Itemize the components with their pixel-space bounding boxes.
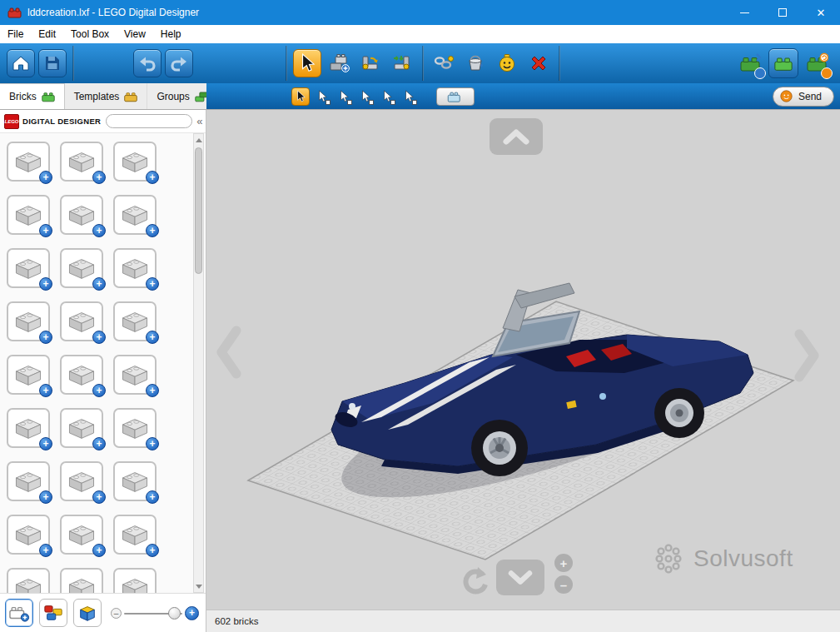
- add-brick-badge[interactable]: +: [92, 384, 106, 397]
- filter-new-bricks-button[interactable]: [5, 599, 33, 627]
- add-brick-badge[interactable]: +: [146, 277, 159, 291]
- select-connected-mode-button[interactable]: [335, 87, 353, 106]
- scrollbar-thumb[interactable]: [195, 147, 202, 274]
- add-brick-badge[interactable]: +: [92, 277, 106, 291]
- brick-item[interactable]: +: [7, 355, 50, 395]
- build-mode-button[interactable]: [768, 48, 798, 78]
- add-brick-badge[interactable]: +: [39, 171, 52, 184]
- brick-item[interactable]: +: [7, 142, 50, 182]
- rotate-up-button[interactable]: [490, 118, 543, 155]
- build-viewport[interactable]: + – Solvusoft: [206, 110, 840, 610]
- add-brick-badge[interactable]: +: [146, 384, 159, 397]
- add-brick-badge[interactable]: +: [92, 490, 106, 504]
- add-brick-badge[interactable]: +: [39, 490, 52, 504]
- select-multiple-mode-button[interactable]: [313, 87, 331, 106]
- home-button[interactable]: [7, 49, 35, 77]
- visibility-filter-button[interactable]: [436, 87, 475, 106]
- brick-item[interactable]: +: [7, 195, 50, 235]
- hinge-align-tool-button[interactable]: [388, 49, 416, 77]
- maximize-button[interactable]: [763, 0, 802, 25]
- brick-item[interactable]: +: [113, 355, 157, 395]
- add-brick-badge[interactable]: +: [39, 277, 52, 291]
- brick-item[interactable]: +: [60, 142, 103, 182]
- zoom-thumb[interactable]: [168, 607, 181, 620]
- select-tool-button[interactable]: [293, 49, 321, 77]
- brick-item[interactable]: +: [60, 461, 103, 501]
- brick-item[interactable]: +: [7, 568, 50, 593]
- add-brick-badge[interactable]: +: [146, 224, 159, 237]
- palette-scrollbar[interactable]: [193, 133, 204, 593]
- brick-item[interactable]: +: [60, 408, 103, 448]
- save-button[interactable]: [38, 49, 67, 77]
- zoom-out-button[interactable]: –: [554, 575, 573, 594]
- brick-item[interactable]: +: [7, 301, 50, 341]
- add-brick-badge[interactable]: +: [92, 437, 106, 450]
- palette-zoom-slider[interactable]: – +: [109, 599, 201, 627]
- collapse-panel-button[interactable]: «: [192, 115, 206, 127]
- brick-item[interactable]: +: [7, 248, 50, 288]
- select-color-mode-button[interactable]: [356, 87, 375, 106]
- zoom-in-button[interactable]: +: [185, 606, 199, 620]
- filter-colors-button[interactable]: [39, 599, 67, 627]
- brick-palette[interactable]: + +: [0, 133, 206, 593]
- brick-item[interactable]: +: [60, 355, 103, 395]
- menu-help[interactable]: Help: [153, 25, 189, 43]
- menu-view[interactable]: View: [117, 25, 153, 43]
- rotate-left-button[interactable]: [211, 325, 246, 380]
- brick-item[interactable]: +: [113, 301, 157, 341]
- clone-tool-button[interactable]: [325, 49, 353, 77]
- zoom-in-button[interactable]: +: [554, 554, 573, 572]
- brick-item[interactable]: +: [60, 568, 103, 593]
- flex-tool-button[interactable]: [430, 49, 458, 77]
- add-brick-badge[interactable]: +: [92, 331, 106, 344]
- select-shape-mode-button[interactable]: [378, 87, 396, 106]
- hinge-tool-button[interactable]: [356, 49, 385, 77]
- brick-item[interactable]: +: [113, 248, 157, 288]
- menu-file[interactable]: File: [0, 25, 31, 43]
- brick-item[interactable]: +: [60, 301, 103, 341]
- delete-tool-button[interactable]: [524, 49, 553, 77]
- scroll-up-arrow[interactable]: [194, 134, 203, 146]
- export-model-button[interactable]: [802, 48, 832, 78]
- scroll-down-arrow[interactable]: [194, 580, 203, 592]
- menu-edit[interactable]: Edit: [31, 25, 63, 43]
- brick-item[interactable]: +: [60, 248, 103, 288]
- brick-item[interactable]: +: [60, 195, 103, 235]
- brick-item[interactable]: +: [113, 568, 157, 593]
- brick-item[interactable]: +: [7, 461, 50, 501]
- rotate-right-button[interactable]: [789, 328, 824, 383]
- add-brick-badge[interactable]: +: [39, 437, 52, 450]
- minimize-button[interactable]: [725, 0, 763, 25]
- rotate-down-button[interactable]: [496, 560, 544, 595]
- brick-search-input[interactable]: [106, 114, 192, 128]
- select-single-mode-button[interactable]: [291, 87, 310, 106]
- brick-item[interactable]: +: [113, 515, 157, 555]
- zoom-out-dot[interactable]: –: [111, 608, 122, 619]
- rotate-ccw-button[interactable]: [458, 565, 491, 596]
- redo-button[interactable]: [165, 49, 193, 77]
- add-brick-badge[interactable]: +: [146, 544, 159, 557]
- brick-item[interactable]: +: [7, 408, 50, 448]
- add-brick-badge[interactable]: +: [92, 544, 106, 557]
- add-brick-badge[interactable]: +: [146, 437, 159, 450]
- select-shape-color-mode-button[interactable]: [400, 87, 418, 106]
- paint-tool-button[interactable]: [461, 49, 490, 77]
- import-model-button[interactable]: [735, 48, 765, 78]
- brick-item[interactable]: +: [60, 515, 103, 555]
- send-button[interactable]: Send: [773, 87, 834, 107]
- filter-box-button[interactable]: [73, 599, 102, 627]
- brick-item[interactable]: +: [113, 142, 157, 182]
- hide-tool-button[interactable]: [493, 49, 521, 77]
- add-brick-badge[interactable]: +: [39, 384, 52, 397]
- add-brick-badge[interactable]: +: [39, 224, 52, 237]
- add-brick-badge[interactable]: +: [146, 490, 159, 504]
- add-brick-badge[interactable]: +: [39, 331, 52, 344]
- close-button[interactable]: ✕: [802, 0, 840, 25]
- add-brick-badge[interactable]: +: [39, 544, 52, 557]
- add-brick-badge[interactable]: +: [92, 224, 106, 237]
- brick-item[interactable]: +: [113, 461, 157, 501]
- add-brick-badge[interactable]: +: [146, 171, 159, 184]
- brick-item[interactable]: +: [113, 195, 157, 235]
- brick-item[interactable]: +: [113, 408, 157, 448]
- undo-button[interactable]: [133, 49, 162, 77]
